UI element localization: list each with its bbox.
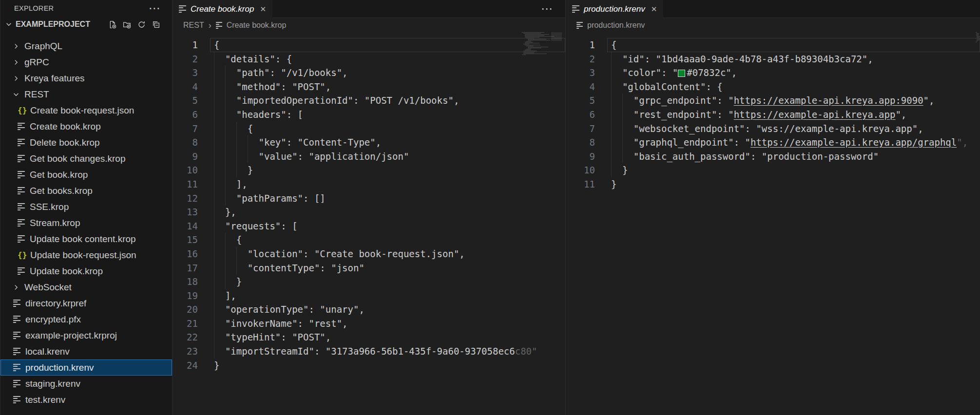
code-line-text[interactable]: } [210,275,565,289]
code-line-text[interactable]: { [210,233,565,247]
code-line-text[interactable]: "contentType": "json" [210,261,565,275]
code-line: 1{ [173,38,565,52]
code-text: } [611,165,628,175]
code-line-text[interactable]: { [607,38,980,52]
editor-actions-icon[interactable]: ⋯ [541,6,553,11]
minimap-slider[interactable] [551,32,562,41]
tree-item-get-books-krop[interactable]: Get books.krop [0,183,172,199]
code-line-text[interactable]: { [210,38,565,52]
code-line: 6 "headers": [ [173,108,565,122]
url-link[interactable]: https://example-api.kreya.app/graphql [750,137,957,148]
close-icon[interactable]: ✕ [260,5,266,14]
minimap[interactable] [976,32,980,56]
code-text: "requests": [ [214,221,298,231]
code-line-text[interactable]: "invokerName": "rest", [210,317,565,331]
close-icon[interactable]: ✕ [651,5,657,14]
project-row[interactable]: EXAMPLEPROJECT [0,16,172,33]
code-line-text[interactable]: "globalContent": { [607,80,980,94]
code-line-text[interactable]: "operationType": "unary", [210,302,565,317]
tree-item-delete-book-krop[interactable]: Delete book.krop [0,134,172,151]
url-link[interactable]: https://example-api.kreya.app:9090 [734,95,923,106]
code-line-text[interactable]: "rest_endpoint": "https://example-api.kr… [607,108,980,122]
code-line-text[interactable]: "headers": [ [210,108,565,122]
tree-item-get-book-krop[interactable]: Get book.krop [0,167,172,183]
color-swatch[interactable] [678,70,685,77]
indent-guide [611,150,612,164]
indent-guide [214,344,214,358]
refresh-icon[interactable] [137,20,146,29]
new-folder-icon[interactable] [123,20,131,29]
code-line-text[interactable]: "websocket_endpoint": "wss://example-api… [607,122,980,136]
code-editor-create-book[interactable]: 1{2 "details": {3 "path": "/v1/books",4 … [173,33,565,415]
tree-item-rest[interactable]: REST [0,86,172,102]
code-line-text[interactable]: "location": "Create book-request.json", [210,247,565,261]
code-line-text[interactable]: } [210,163,565,177]
code-line-text[interactable]: } [210,358,565,373]
krop-file-icon [18,219,25,227]
code-line-text[interactable]: "grpc_endpoint": "https://example-api.kr… [607,94,980,108]
code-line-text[interactable]: "basic_auth_password": "production-passw… [607,150,980,164]
code-line-text[interactable]: "value": "application/json" [210,150,565,164]
code-line-text[interactable]: "method": "POST", [210,80,565,94]
code-line-text[interactable]: "graphql_endpoint": "https://example-api… [607,135,980,150]
tree-item-label: Get book changes.krop [30,153,125,164]
code-line-text[interactable]: "importedOperationId": "POST /v1/books", [210,94,565,108]
tab-production-krenv[interactable]: production.krenv ✕ [566,0,663,18]
explorer-more-icon[interactable]: ⋯ [149,6,160,11]
tree-item-example-project-krproj[interactable]: example-project.krproj [0,327,172,343]
breadcrumb-file[interactable]: production.krenv [587,21,645,30]
collapse-all-icon[interactable] [152,20,160,29]
chevron-right-icon [13,284,19,291]
tree-item-label: Update book content.krop [30,234,136,245]
indent-guide [214,205,214,219]
tree-item-label: Get books.krop [30,186,93,196]
code-line-text[interactable]: "path": "/v1/books", [210,66,565,80]
tree-item-update-book-content-krop[interactable]: Update book content.krop [0,231,172,247]
code-line-text[interactable]: "importStreamId": "3173a966-56b1-435f-9a… [210,344,565,358]
tree-item-staging-krenv[interactable]: staging.krenv [0,376,172,392]
tree-item-get-book-changes-krop[interactable]: Get book changes.krop [0,151,172,167]
code-text: "color": " [611,67,678,78]
tree-item-graphql[interactable]: GraphQL [0,38,172,54]
tree-item-update-book-request-json[interactable]: {}Update book-request.json [0,247,172,263]
url-link[interactable]: https://example-api.kreya.app [734,109,896,120]
code-line-text[interactable]: "typeHint": "POST", [210,330,565,344]
code-line-text[interactable]: "details": { [210,52,565,66]
minimap[interactable] [522,32,562,56]
tree-item-encrypted-pfx[interactable]: encrypted.pfx [0,311,172,327]
tree-item-create-book-request-json[interactable]: {}Create book-request.json [0,102,172,118]
code-editor-production-krenv[interactable]: 1{2 "id": "1bd4aaa0-9ade-4b78-a43f-b8930… [566,33,980,415]
code-line-text[interactable]: }, [210,205,565,219]
breadcrumb-folder[interactable]: REST [183,21,204,30]
code-line-text[interactable]: "requests": [ [210,219,565,233]
code-line-text[interactable]: } [607,177,980,191]
code-line-text[interactable]: { [210,122,565,136]
tab-create-book-krop[interactable]: Create book.krop ✕ [173,0,272,18]
tree-item-sse-krop[interactable]: SSE.krop [0,199,172,215]
code-text: } [214,360,219,371]
code-line-text[interactable]: "key": "Content-Type", [210,135,565,150]
code-line-text[interactable]: "color": "#07832c", [607,66,980,80]
code-line-text[interactable]: "id": "1bd4aaa0-9ade-4b78-a43f-b89304b3c… [607,52,980,66]
code-text: "details": { [214,54,292,64]
code-line: 22 "typeHint": "POST", [173,330,565,344]
code-line-text[interactable]: } [607,163,980,177]
tree-item-test-krenv[interactable]: test.krenv [0,392,172,408]
tree-item-create-book-krop[interactable]: Create book.krop [0,118,172,134]
tree-item-directory-krpref[interactable]: directory.krpref [0,295,172,311]
tree-item-stream-krop[interactable]: Stream.krop [0,215,172,231]
code-text: } [611,179,616,189]
tree-item-grpc[interactable]: gRPC [0,54,172,70]
code-line-text[interactable]: ], [210,289,565,303]
tree-item-websocket[interactable]: WebSocket [0,279,172,295]
breadcrumb-file[interactable]: Create book.krop [227,21,287,30]
code-line-text[interactable]: "pathParams": [] [210,191,565,206]
tree-item-update-book-krop[interactable]: Update book.krop [0,263,172,279]
minimap-line [976,41,978,41]
new-file-icon[interactable] [108,20,116,29]
code-line-text[interactable]: ], [210,177,565,191]
line-number: 9 [566,150,595,164]
tree-item-kreya-features[interactable]: Kreya features [0,70,172,86]
tree-item-local-krenv[interactable]: local.krenv [0,343,172,359]
tree-item-production-krenv[interactable]: production.krenv [0,359,172,376]
